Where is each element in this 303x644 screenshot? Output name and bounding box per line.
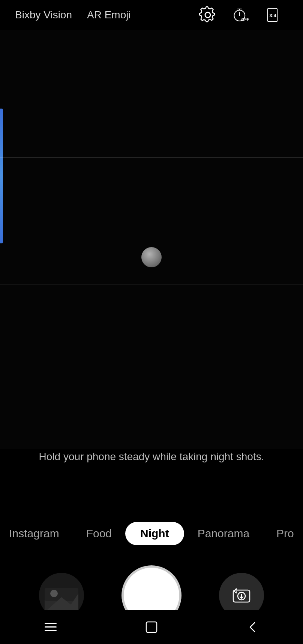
mode-instagram[interactable]: Instagram [0, 522, 73, 545]
hint-text: Hold your phone steady while taking nigh… [0, 449, 303, 464]
timer-icon[interactable]: OFF [229, 5, 253, 25]
svg-point-7 [50, 590, 58, 597]
home-button[interactable] [143, 619, 160, 635]
ratio-icon[interactable]: 3:4 [264, 5, 288, 25]
mode-panorama[interactable]: Panorama [184, 522, 263, 545]
mode-pro[interactable]: Pro [263, 522, 303, 545]
mode-night[interactable]: Night [125, 522, 184, 545]
mode-bar: Instagram Food Night Panorama Pro [0, 517, 303, 550]
blue-accent [0, 109, 3, 243]
grid-line-h1 [0, 157, 303, 158]
top-bar: Bixby Vision AR Emoji OFF 3:4 [0, 0, 303, 30]
back-button[interactable] [244, 619, 261, 635]
menu-button[interactable] [42, 619, 59, 635]
focus-indicator [141, 247, 162, 267]
svg-rect-14 [146, 622, 157, 632]
ar-emoji-button[interactable]: AR Emoji [87, 9, 131, 21]
top-navigation: Bixby Vision AR Emoji [15, 9, 131, 21]
svg-rect-13 [45, 630, 57, 631]
mode-food[interactable]: Food [73, 522, 125, 545]
bixby-vision-button[interactable]: Bixby Vision [15, 9, 72, 21]
nav-bar [0, 610, 303, 644]
svg-text:3:4: 3:4 [269, 13, 276, 18]
svg-rect-11 [45, 623, 57, 624]
svg-text:OFF: OFF [242, 18, 249, 22]
grid-line-v1 [101, 30, 101, 449]
grid-line-v2 [202, 30, 202, 449]
viewfinder [0, 30, 303, 449]
toolbar-icons: OFF 3:4 [198, 5, 288, 25]
svg-rect-12 [45, 626, 57, 628]
grid-line-h2 [0, 285, 303, 285]
settings-icon[interactable] [198, 5, 218, 25]
